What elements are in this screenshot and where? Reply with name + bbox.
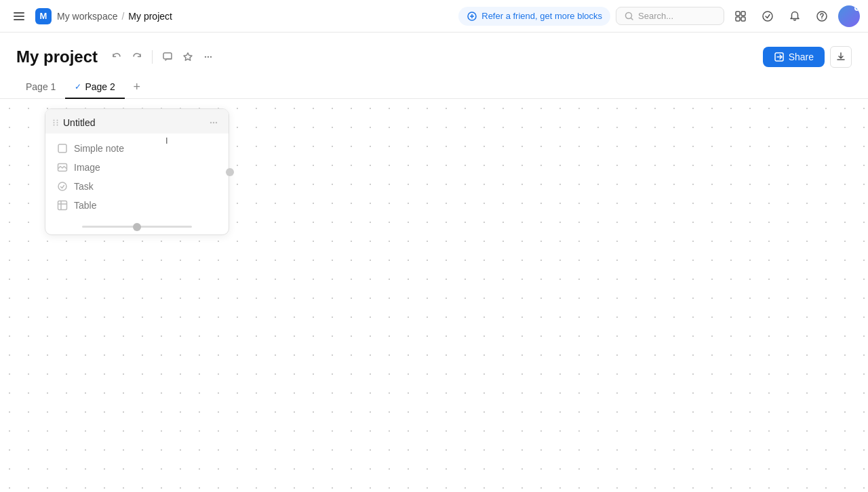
svg-rect-7 bbox=[736, 17, 740, 21]
nav-left: M My workspace / My project bbox=[8, 5, 172, 27]
svg-rect-5 bbox=[736, 12, 740, 16]
svg-point-18 bbox=[57, 120, 58, 121]
slider-thumb[interactable] bbox=[133, 223, 141, 231]
add-tab-button[interactable]: + bbox=[127, 78, 146, 97]
share-label: Share bbox=[789, 52, 814, 62]
svg-point-25 bbox=[216, 122, 217, 123]
svg-rect-1 bbox=[14, 16, 24, 17]
undo-button[interactable] bbox=[107, 47, 126, 66]
svg-point-20 bbox=[57, 122, 58, 123]
card-more-icon bbox=[208, 117, 219, 128]
avatar[interactable] bbox=[838, 5, 860, 27]
help-icon-button[interactable] bbox=[811, 5, 833, 27]
gift-icon bbox=[467, 11, 477, 22]
task-icon bbox=[56, 180, 68, 192]
breadcrumb-workspace[interactable]: My workspace bbox=[57, 11, 117, 22]
search-bar[interactable]: Search... bbox=[616, 7, 724, 25]
nav-right: Refer a friend, get more blocks Search..… bbox=[458, 5, 860, 27]
star-button[interactable] bbox=[178, 47, 197, 66]
checkmark-icon-button[interactable] bbox=[757, 5, 778, 27]
svg-point-28 bbox=[58, 182, 66, 190]
task-icon-svg bbox=[57, 181, 68, 192]
page-header-left: My project bbox=[16, 47, 218, 66]
card-header bbox=[45, 109, 229, 134]
svg-rect-26 bbox=[58, 144, 66, 152]
template-icon-button[interactable] bbox=[730, 5, 751, 27]
card-item-table[interactable]: Table bbox=[45, 196, 229, 215]
redo-icon bbox=[132, 52, 142, 62]
svg-rect-0 bbox=[14, 12, 24, 14]
refer-label: Refer a friend, get more blocks bbox=[481, 11, 602, 21]
card-body: Simple note Image bbox=[45, 134, 229, 222]
canvas-area[interactable]: Simple note Image bbox=[0, 99, 868, 489]
svg-point-14 bbox=[208, 56, 209, 58]
simple-note-icon bbox=[56, 142, 68, 155]
task-label: Task bbox=[74, 181, 94, 192]
image-icon-svg bbox=[57, 162, 68, 173]
card-item-image[interactable]: Image bbox=[45, 158, 229, 177]
search-icon bbox=[625, 12, 634, 21]
svg-point-21 bbox=[54, 125, 55, 126]
page-title: My project bbox=[16, 47, 98, 66]
card-drag-handle[interactable] bbox=[51, 117, 182, 128]
tab-page1-label: Page 1 bbox=[26, 81, 56, 92]
table-icon bbox=[56, 199, 68, 211]
redo-button[interactable] bbox=[127, 47, 146, 66]
svg-rect-6 bbox=[741, 12, 745, 16]
card-title-input[interactable] bbox=[63, 117, 182, 128]
share-icon bbox=[774, 52, 785, 62]
svg-point-24 bbox=[213, 122, 214, 123]
comment-icon bbox=[162, 52, 173, 62]
share-button[interactable]: Share bbox=[763, 47, 825, 67]
page-header: My project bbox=[0, 33, 868, 73]
export-button[interactable] bbox=[830, 46, 852, 68]
refer-friend-button[interactable]: Refer a friend, get more blocks bbox=[458, 7, 610, 26]
svg-rect-12 bbox=[163, 53, 172, 59]
bell-icon bbox=[789, 10, 801, 22]
star-icon bbox=[182, 52, 193, 62]
search-placeholder: Search... bbox=[638, 11, 673, 21]
svg-point-19 bbox=[54, 122, 55, 123]
more-options-button[interactable] bbox=[199, 47, 218, 66]
sidebar-toggle-button[interactable] bbox=[8, 5, 30, 27]
canvas-card[interactable]: Simple note Image bbox=[45, 108, 229, 235]
tab-page2-label: Page 2 bbox=[85, 81, 115, 92]
svg-point-22 bbox=[57, 125, 58, 126]
breadcrumb: My workspace / My project bbox=[57, 11, 172, 22]
export-icon bbox=[835, 52, 846, 62]
table-label: Table bbox=[74, 200, 96, 211]
simple-note-label: Simple note bbox=[74, 143, 124, 154]
tab-page2-check: ✓ bbox=[75, 82, 81, 91]
slider-track bbox=[82, 226, 192, 228]
page-actions bbox=[107, 47, 218, 66]
svg-rect-29 bbox=[58, 201, 67, 210]
notification-dot bbox=[854, 5, 860, 11]
svg-rect-8 bbox=[741, 17, 745, 21]
comment-button[interactable] bbox=[158, 47, 177, 66]
page-header-right: Share bbox=[763, 46, 852, 68]
breadcrumb-project[interactable]: My project bbox=[128, 11, 172, 22]
card-resize-handle[interactable] bbox=[226, 168, 234, 176]
card-item-task[interactable]: Task bbox=[45, 177, 229, 196]
template-icon bbox=[734, 10, 747, 22]
image-icon bbox=[56, 161, 68, 173]
menu-icon bbox=[14, 11, 24, 22]
svg-point-11 bbox=[821, 18, 822, 19]
tabs-bar: Page 1 ✓ Page 2 + bbox=[0, 76, 868, 99]
bell-icon-button[interactable] bbox=[784, 5, 806, 27]
card-slider bbox=[45, 222, 229, 234]
card-menu-button[interactable] bbox=[205, 116, 222, 129]
svg-point-9 bbox=[763, 12, 772, 21]
header-divider bbox=[152, 50, 153, 64]
drag-icon bbox=[51, 118, 60, 127]
card-item-simple-note[interactable]: Simple note bbox=[45, 139, 229, 158]
breadcrumb-separator: / bbox=[121, 11, 124, 22]
tab-page2[interactable]: ✓ Page 2 bbox=[65, 76, 124, 99]
svg-point-13 bbox=[205, 56, 206, 58]
tab-page1[interactable]: Page 1 bbox=[16, 76, 65, 99]
top-navigation: M My workspace / My project Refer a frie… bbox=[0, 0, 868, 33]
undo-icon bbox=[111, 52, 122, 62]
table-icon-svg bbox=[57, 200, 68, 211]
workspace-logo: M bbox=[35, 8, 52, 24]
help-icon bbox=[816, 10, 828, 22]
